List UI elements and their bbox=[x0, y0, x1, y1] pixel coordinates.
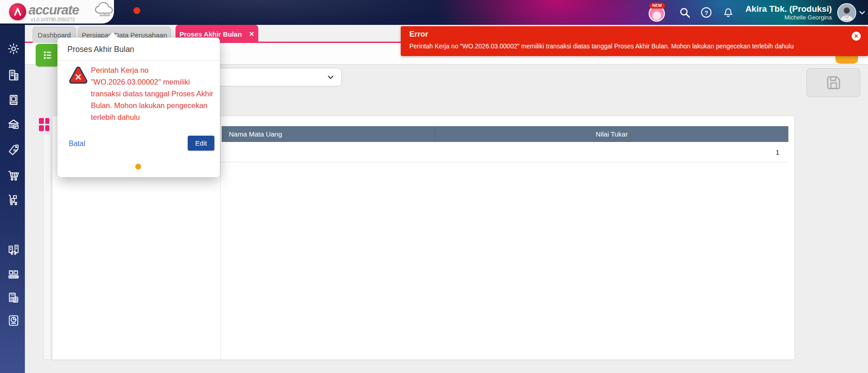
save-button[interactable] bbox=[806, 68, 860, 97]
sidebar-item-tax[interactable]: TAX bbox=[7, 291, 20, 305]
list-menu-icon bbox=[42, 49, 53, 61]
error-toast-message: Perintah Kerja no "WO.2026.03.00002" mem… bbox=[409, 42, 855, 50]
inventory-trolley-icon bbox=[7, 193, 20, 207]
cash-bank-icon bbox=[7, 118, 20, 132]
logo-area: accurate online v1.0.1#3790-2550273 bbox=[0, 0, 114, 24]
sidebar-item-settings[interactable] bbox=[7, 42, 20, 56]
sidebar-item-assets[interactable] bbox=[7, 243, 20, 257]
svg-text:Rp: Rp bbox=[13, 149, 17, 152]
user-name: Michelle Georgina bbox=[745, 14, 832, 21]
sidebar-item-inventory[interactable] bbox=[7, 193, 20, 207]
error-toast: Error Perintah Kerja no "WO.2026.03.0000… bbox=[401, 26, 868, 56]
app-window: accurate online v1.0.1#3790-2550273 NEW … bbox=[0, 0, 868, 373]
company-name: Akira Tbk. (Produksi) bbox=[745, 4, 832, 14]
logo-wordmark: accurate bbox=[28, 3, 79, 18]
svg-text:✕: ✕ bbox=[75, 72, 82, 82]
bell-icon[interactable] bbox=[717, 0, 739, 25]
gear-icon bbox=[7, 42, 20, 56]
sidebar-item-purchase[interactable] bbox=[7, 169, 20, 182]
user-avatar[interactable] bbox=[837, 3, 856, 22]
svg-text:TAX: TAX bbox=[10, 293, 15, 296]
pane-divider bbox=[220, 116, 221, 360]
header-actions: NEW ? Akira Tbk. (Produksi) Michelle Geo… bbox=[649, 0, 868, 25]
cancel-button[interactable]: Batal bbox=[69, 140, 85, 148]
sidebar-item-sales[interactable]: Rp bbox=[7, 143, 20, 157]
version-label: v1.0.1#3790-2550273 bbox=[31, 17, 75, 22]
chevron-down-icon[interactable] bbox=[856, 10, 868, 15]
table-header-row: Nama Mata Uang Nilai Tukar bbox=[222, 126, 788, 142]
logo-online-label: online bbox=[100, 13, 110, 17]
column-header-nama-mata-uang[interactable]: Nama Mata Uang bbox=[222, 126, 435, 142]
pink-grid-icon[interactable] bbox=[39, 118, 50, 132]
close-icon[interactable]: ✕ bbox=[852, 32, 861, 41]
cell-nama-mata-uang[interactable] bbox=[222, 142, 435, 162]
dialog-message: Perintah Kerja no "WO.2026.03.00002" mem… bbox=[91, 64, 217, 123]
svg-text:?: ? bbox=[705, 9, 708, 16]
company-building-icon bbox=[7, 68, 20, 82]
list-menu-button[interactable] bbox=[36, 44, 59, 66]
recording-dot-icon bbox=[133, 7, 140, 14]
tab-label: Proses Akhir Bulan bbox=[180, 30, 242, 38]
sales-price-tag-rp-icon: Rp bbox=[7, 143, 20, 157]
cloud-online-icon: online bbox=[94, 1, 115, 18]
error-triangle-icon: ✕ bbox=[68, 66, 89, 85]
help-icon[interactable]: ? bbox=[696, 0, 717, 25]
sidebar-item-reports[interactable] bbox=[7, 314, 20, 327]
save-floppy-icon bbox=[824, 73, 843, 92]
edit-button[interactable]: Edit bbox=[188, 136, 214, 151]
dialog-divider bbox=[57, 60, 220, 61]
search-icon[interactable] bbox=[674, 0, 696, 25]
report-pie-document-icon bbox=[7, 314, 20, 327]
column-header-nilai-tukar[interactable]: Nilai Tukar bbox=[435, 126, 788, 142]
asset-buildings-car-icon bbox=[7, 243, 20, 257]
accurate-logo-icon bbox=[9, 3, 26, 20]
dropdown-chevron-icon bbox=[326, 73, 335, 82]
sidebar-item-cash-bank[interactable] bbox=[7, 118, 20, 132]
mascot-avatar[interactable]: NEW bbox=[649, 4, 666, 21]
collapsed-panel-rail[interactable] bbox=[43, 134, 51, 360]
sidebar-item-ledger[interactable] bbox=[7, 93, 20, 107]
tax-document-icon: TAX bbox=[7, 291, 20, 305]
purchase-cart-icon bbox=[7, 169, 20, 182]
sidebar-item-manufacture[interactable] bbox=[7, 268, 20, 281]
table-row[interactable]: 1 bbox=[222, 142, 788, 162]
tab-close-icon[interactable]: ✕ bbox=[249, 30, 255, 38]
sidebar-nav: Rp TAX bbox=[0, 25, 25, 373]
sidebar-item-company[interactable] bbox=[7, 68, 20, 82]
ledger-book-icon bbox=[7, 93, 20, 107]
cell-nilai-tukar[interactable]: 1 bbox=[435, 142, 788, 162]
manufacture-conveyor-icon bbox=[7, 268, 20, 281]
dialog-title: Proses Akhir Bulan bbox=[67, 45, 134, 54]
error-toast-title: Error bbox=[409, 30, 428, 39]
carousel-dot[interactable] bbox=[135, 164, 141, 170]
account-info[interactable]: Akira Tbk. (Produksi) Michelle Georgina bbox=[745, 4, 832, 21]
error-dialog: Proses Akhir Bulan ✕ Perintah Kerja no "… bbox=[57, 38, 220, 177]
new-badge: NEW bbox=[650, 3, 665, 9]
top-header-bar: accurate online v1.0.1#3790-2550273 NEW … bbox=[0, 0, 868, 25]
